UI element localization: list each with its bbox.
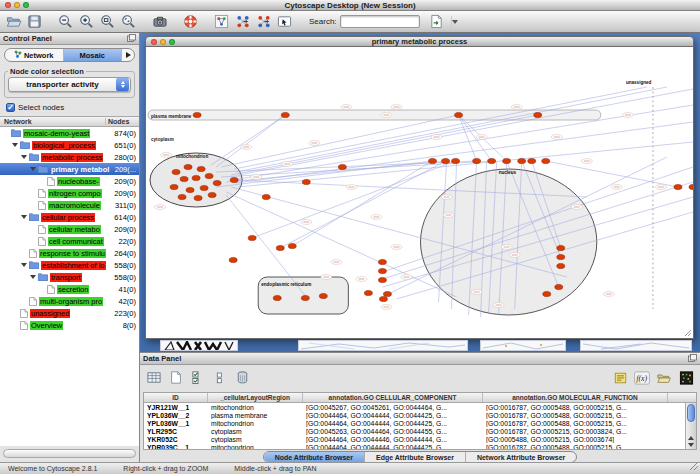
background-window-fragment[interactable] — [298, 340, 468, 351]
tab-node-attribute-browser[interactable]: Node Attribute Browser — [264, 452, 364, 462]
network-view-window[interactable]: primary metabolic process plasma membran… — [145, 36, 694, 339]
network-node[interactable] — [557, 245, 565, 250]
network-node[interactable] — [338, 164, 346, 169]
network-node[interactable] — [364, 290, 372, 295]
tree-row[interactable]: cellular process614(0) — [0, 211, 139, 223]
table-row[interactable]: YJR121W__1mitochondrion[GO:0045267, GO:0… — [144, 403, 696, 411]
zoom-in-icon[interactable] — [78, 13, 95, 30]
network-node[interactable] — [383, 291, 391, 296]
tree-row[interactable]: cell communicat22(0) — [0, 235, 139, 247]
help-icon[interactable] — [182, 13, 199, 30]
network-edge[interactable] — [234, 87, 647, 169]
network-node[interactable] — [230, 177, 238, 182]
float-panel-icon[interactable] — [688, 354, 697, 364]
column-header[interactable]: annotation.GO MOLECULAR_FUNCTION — [483, 393, 668, 402]
camera-icon[interactable] — [151, 13, 168, 30]
tree-row[interactable]: nitrogen compo209(0) — [0, 187, 139, 199]
network-window-titlebar[interactable]: primary metabolic process — [145, 36, 694, 47]
network-minimize-button[interactable] — [160, 39, 166, 45]
tab-network[interactable]: Network — [5, 49, 63, 61]
tree-column-network[interactable]: Network — [0, 118, 106, 125]
tab-edge-attribute-browser[interactable]: Edge Attribute Browser — [364, 452, 465, 462]
tree-row[interactable]: establishment of lo558(0) — [0, 259, 139, 271]
attr-table-icon[interactable] — [145, 369, 163, 387]
tree-row[interactable]: biological_process651(0) — [0, 139, 139, 151]
network-node[interactable] — [180, 176, 188, 181]
table-row[interactable]: YKR052Ccytoplasm[GO:0044464, GO:0044446,… — [144, 435, 696, 443]
network-edge[interactable] — [459, 115, 477, 161]
network-node[interactable] — [172, 169, 180, 174]
scroll-up-button[interactable] — [688, 435, 695, 440]
table-row[interactable]: YPL036W__1mitochondrion[GO:0044464, GO:0… — [144, 419, 696, 427]
table-row[interactable]: YDR039C__1mitochondrion[GO:0044464, GO:0… — [144, 443, 696, 449]
select-icon[interactable] — [276, 13, 293, 30]
network-canvas[interactable]: plasma membrane cytoplasm mitochondrion … — [145, 47, 694, 339]
open-folder-icon[interactable] — [655, 369, 673, 387]
table-row[interactable]: YLR295Ccytoplasm[GO:0045263, GO:0044464,… — [144, 427, 696, 435]
network-node[interactable] — [262, 194, 270, 199]
network-node[interactable] — [689, 184, 693, 189]
network-node[interactable] — [213, 180, 221, 185]
unselect-attributes-icon[interactable] — [211, 369, 229, 387]
new-attribute-icon[interactable] — [167, 369, 185, 387]
network-node[interactable] — [473, 158, 481, 163]
network-edge[interactable] — [221, 115, 458, 167]
tree-row[interactable]: macromolecule311(0) — [0, 199, 139, 211]
matrix-icon[interactable] — [677, 369, 695, 387]
background-window-logo-fragment[interactable] — [160, 340, 238, 351]
save-icon[interactable] — [26, 13, 43, 30]
tree-row[interactable]: Overview8(0) — [0, 319, 139, 331]
network-edge[interactable] — [236, 87, 667, 172]
network-node[interactable] — [193, 112, 201, 117]
select-attributes-icon[interactable] — [189, 369, 207, 387]
node-color-dropdown[interactable]: transporter activity — [8, 77, 131, 92]
open-icon[interactable] — [5, 13, 22, 30]
network-node[interactable] — [557, 263, 565, 268]
network-node[interactable] — [378, 259, 386, 264]
function-icon[interactable]: f(x) — [633, 369, 651, 387]
scrollbar-thumb[interactable] — [687, 404, 695, 422]
network-node[interactable] — [534, 112, 542, 117]
disclosure-triangle-icon[interactable] — [21, 215, 27, 219]
disclosure-triangle-icon[interactable] — [30, 167, 36, 171]
delete-attribute-icon[interactable] — [233, 369, 251, 387]
network-node[interactable] — [248, 235, 256, 240]
network-node[interactable] — [186, 187, 194, 192]
network-node[interactable] — [319, 293, 327, 298]
network-node[interactable] — [528, 158, 536, 163]
close-button[interactable] — [5, 2, 11, 8]
network-node[interactable] — [205, 173, 213, 178]
network-node[interactable] — [273, 295, 281, 300]
network-node[interactable] — [429, 158, 437, 163]
network-node[interactable] — [488, 158, 496, 163]
network-node[interactable] — [555, 284, 563, 289]
network-node[interactable] — [442, 158, 450, 163]
tab-mosaic[interactable]: Mosaic — [63, 49, 122, 61]
background-window-fragment[interactable] — [480, 340, 566, 351]
zoom-out-icon[interactable] — [57, 13, 74, 30]
network-node[interactable] — [208, 192, 216, 197]
network-node[interactable] — [543, 291, 551, 296]
network-node[interactable] — [378, 268, 386, 273]
disclosure-triangle-icon[interactable] — [21, 263, 27, 267]
import-icon[interactable] — [428, 13, 445, 30]
network-blue-icon[interactable] — [234, 13, 251, 30]
tree-row[interactable]: mosaic-demo-yeast874(0) — [0, 127, 139, 139]
network-edge[interactable] — [546, 161, 678, 187]
network-node[interactable] — [197, 166, 205, 171]
tab-network-attribute-browser[interactable]: Network Attribute Browser — [465, 452, 576, 462]
network-edge[interactable] — [211, 115, 285, 165]
scroll-down-button[interactable] — [688, 442, 695, 447]
tree-column-nodes[interactable]: Nodes — [106, 118, 139, 125]
column-header[interactable]: annotation.GO CELLULAR_COMPONENT — [303, 393, 483, 402]
tree-row[interactable]: primary metabol209(... — [0, 163, 139, 175]
disclosure-triangle-icon[interactable] — [12, 143, 18, 147]
network-node[interactable] — [184, 164, 192, 169]
tree-row[interactable]: response to stimulu264(0) — [0, 247, 139, 259]
label-icon[interactable] — [611, 369, 629, 387]
tree-row[interactable]: metabolic process280(0) — [0, 151, 139, 163]
select-nodes-checkbox[interactable]: ✓ — [6, 103, 15, 112]
control-panel-hscrollbar[interactable] — [3, 449, 136, 458]
tree-row[interactable]: nucleobase-209(0) — [0, 175, 139, 187]
tree-row[interactable]: secretion41(0) — [0, 283, 139, 295]
